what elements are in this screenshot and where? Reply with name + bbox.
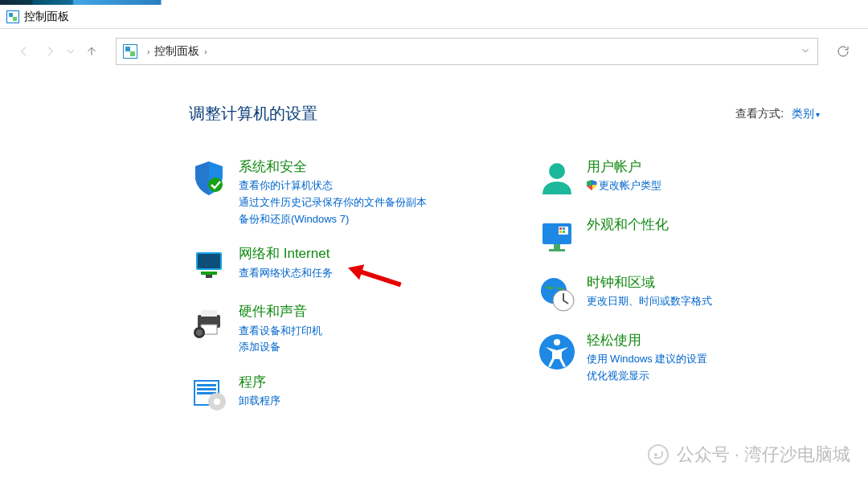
- svg-rect-12: [197, 388, 216, 390]
- category-programs: 程序 卸载程序: [189, 374, 473, 414]
- svg-rect-19: [549, 249, 565, 251]
- category-system-security: 系统和安全 查看你的计算机状态 通过文件历史记录保存你的文件备份副本 备份和还原…: [189, 158, 473, 227]
- svg-rect-2: [198, 254, 220, 268]
- svg-point-16: [549, 163, 565, 179]
- category-link-user-accounts[interactable]: 用户帐户: [587, 158, 661, 176]
- accessibility-icon: [537, 332, 577, 372]
- breadcrumb-root[interactable]: 控制面板: [154, 44, 199, 59]
- category-user-accounts: 用户帐户 更改帐户类型: [537, 158, 821, 198]
- svg-rect-3: [201, 272, 217, 275]
- chevron-right-icon[interactable]: ›: [147, 47, 149, 56]
- forward-button[interactable]: [37, 39, 63, 64]
- category-ease-of-access: 轻松使用 使用 Windows 建议的设置 优化视觉显示: [537, 332, 821, 385]
- svg-rect-22: [563, 227, 565, 230]
- view-by-label: 查看方式:: [735, 107, 784, 120]
- chevron-down-icon: ▾: [816, 110, 820, 119]
- sublink-change-account-type[interactable]: 更改帐户类型: [587, 178, 661, 194]
- svg-rect-21: [559, 227, 562, 230]
- network-icon: [189, 245, 229, 285]
- svg-rect-6: [201, 310, 217, 317]
- watermark: 公众号 · 湾仔沙电脑城: [648, 443, 850, 467]
- sublink-computer-status[interactable]: 查看你的计算机状态: [239, 178, 427, 194]
- category-link-clock-region[interactable]: 时钟和区域: [587, 274, 712, 292]
- back-button[interactable]: [11, 39, 37, 64]
- title-bar: 控制面板: [0, 5, 868, 29]
- svg-point-0: [208, 178, 223, 192]
- sublink-backup-restore[interactable]: 备份和还原(Windows 7): [239, 211, 427, 228]
- sublink-optimize-display[interactable]: 优化视觉显示: [587, 368, 708, 385]
- uac-shield-icon: [587, 180, 597, 190]
- clock-globe-icon: [537, 274, 577, 314]
- svg-rect-18: [554, 244, 560, 249]
- sublink-add-device[interactable]: 添加设备: [239, 339, 322, 356]
- svg-point-9: [196, 329, 203, 336]
- svg-rect-4: [206, 275, 212, 278]
- category-appearance: 外观和个性化: [537, 216, 821, 256]
- sublink-uninstall[interactable]: 卸载程序: [239, 393, 280, 410]
- sublink-windows-suggest[interactable]: 使用 Windows 建议的设置: [587, 351, 708, 368]
- svg-point-15: [214, 398, 220, 405]
- user-icon: [537, 158, 577, 198]
- category-link-system-security[interactable]: 系统和安全: [239, 158, 427, 176]
- view-by-value[interactable]: 类别: [792, 107, 814, 120]
- wechat-icon: [648, 444, 669, 465]
- category-link-hardware[interactable]: 硬件和声音: [239, 303, 322, 321]
- address-dropdown-button[interactable]: [800, 45, 811, 59]
- category-link-appearance[interactable]: 外观和个性化: [587, 216, 669, 234]
- monitor-icon: [537, 216, 577, 256]
- control-panel-icon: [6, 10, 19, 23]
- category-link-network[interactable]: 网络和 Internet: [239, 245, 333, 263]
- view-by-control[interactable]: 查看方式: 类别▾: [735, 107, 820, 121]
- printer-icon: [189, 303, 229, 343]
- category-link-programs[interactable]: 程序: [239, 374, 280, 391]
- category-clock-region: 时钟和区域 更改日期、时间或数字格式: [537, 274, 821, 314]
- svg-rect-23: [559, 231, 562, 233]
- page-title: 调整计算机的设置: [189, 103, 317, 125]
- window-title: 控制面板: [24, 10, 69, 24]
- chevron-right-icon[interactable]: ›: [204, 47, 207, 56]
- sublink-devices-printers[interactable]: 查看设备和打印机: [239, 323, 322, 340]
- sublink-file-history[interactable]: 通过文件历史记录保存你的文件备份副本: [239, 194, 427, 211]
- programs-icon: [189, 374, 229, 414]
- svg-point-28: [554, 339, 560, 345]
- category-hardware-sound: 硬件和声音 查看设备和打印机 添加设备: [189, 303, 473, 356]
- recent-locations-button[interactable]: [63, 39, 79, 64]
- refresh-button[interactable]: [829, 38, 857, 65]
- watermark-text: 公众号 · 湾仔沙电脑城: [677, 443, 850, 467]
- category-network-internet: 网络和 Internet 查看网络状态和任务: [189, 245, 473, 285]
- svg-rect-11: [197, 384, 216, 386]
- category-link-ease[interactable]: 轻松使用: [587, 332, 708, 349]
- address-bar[interactable]: › 控制面板 ›: [116, 38, 818, 65]
- sublink-change-date-time[interactable]: 更改日期、时间或数字格式: [587, 293, 712, 310]
- svg-rect-24: [563, 231, 565, 233]
- control-panel-icon: [123, 44, 137, 59]
- up-button[interactable]: [79, 39, 104, 64]
- shield-icon: [189, 158, 229, 198]
- sublink-network-status[interactable]: 查看网络状态和任务: [239, 265, 333, 282]
- nav-bar: › 控制面板 ›: [0, 29, 868, 74]
